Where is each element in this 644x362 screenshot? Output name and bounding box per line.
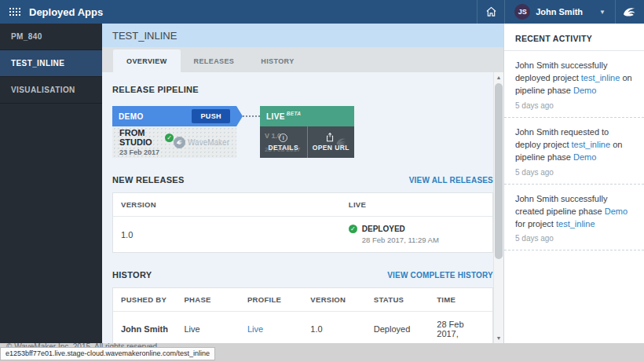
page-title: TEST_INLINE	[102, 24, 503, 47]
recent-activity-panel: RECENT ACTIVITY John Smith successfully …	[503, 24, 644, 343]
activity-link[interactable]: test_inline	[581, 73, 620, 82]
history-title: HISTORY	[112, 270, 152, 280]
column-pushed-by: PUSHED BY	[113, 288, 176, 311]
history-pushed-by: John Smith	[113, 316, 176, 342]
view-all-releases-link[interactable]: VIEW ALL RELEASES	[409, 176, 493, 185]
details-button[interactable]: i DETAILS	[260, 126, 307, 158]
new-releases-header: NEW RELEASES VIEW ALL RELEASES	[102, 175, 503, 185]
sidebar-item-test-inline[interactable]: TEST_INLINE	[0, 50, 102, 77]
top-bar: Deployed Apps JS John Smith ▼	[0, 0, 644, 24]
app-title: Deployed Apps	[29, 6, 103, 18]
tab-overview[interactable]: OVERVIEW	[113, 49, 181, 72]
footer: © WaveMaker Inc. 2015. All rights reserv…	[0, 343, 644, 362]
column-version: VERSION	[302, 288, 365, 311]
history-header: HISTORY VIEW COMPLETE HISTORY	[102, 270, 503, 280]
history-table-header: PUSHED BY PHASE PROFILE VERSION STATUS T…	[113, 288, 492, 312]
new-releases-table: VERSION LIVE 1.0 ✓ DEPLOYED 28 Feb 2017,…	[112, 192, 493, 253]
activity-text: John Smith requested to deploy project t…	[515, 126, 633, 164]
deployed-label: DEPLOYED	[362, 225, 439, 233]
apps-grid-icon[interactable]	[9, 8, 20, 16]
activity-text: John Smith successfully deployed project…	[515, 60, 633, 97]
activity-timestamp: 5 days ago	[515, 168, 633, 177]
release-version: 1.0	[113, 222, 341, 247]
live-card-header: LIVE BETA	[260, 106, 354, 126]
status-url: e1253bff77e01.live.stage-cloud.wavemaker…	[0, 347, 215, 360]
history-time: 28 Feb 2017,	[429, 312, 492, 346]
demo-phase-label: DEMO	[119, 112, 144, 121]
activity-list: John Smith successfully deployed project…	[504, 51, 644, 250]
details-label: DETAILS	[268, 144, 298, 152]
activity-link[interactable]: test_inline	[572, 140, 611, 149]
column-phase: PHASE	[176, 288, 239, 311]
table-row: 1.0 ✓ DEPLOYED 28 Feb 2017, 11:29 AM	[113, 217, 492, 252]
new-releases-table-header: VERSION LIVE	[113, 193, 492, 217]
scrollbar-thumb[interactable]	[495, 83, 503, 259]
activity-text-segment: John Smith successfully created pipeline…	[515, 194, 607, 216]
vertical-scrollbar[interactable]: ▲ ▼	[493, 72, 503, 343]
sidebar-item-visualisation[interactable]: VISUALISATION	[0, 77, 102, 104]
activity-link[interactable]: test_inline	[556, 219, 595, 229]
history-phase: Live	[176, 316, 239, 342]
history-table: PUSHED BY PHASE PROFILE VERSION STATUS T…	[112, 287, 493, 347]
view-complete-history-link[interactable]: VIEW COMPLETE HISTORY	[387, 271, 493, 280]
activity-link[interactable]: Demo	[605, 207, 628, 216]
tab-history[interactable]: HISTORY	[247, 49, 307, 72]
wavemaker-logo[interactable]	[616, 0, 644, 24]
recent-activity-title: RECENT ACTIVITY	[504, 24, 644, 51]
user-menu[interactable]: JS John Smith ▼	[505, 0, 615, 24]
deployed-check-icon: ✓	[349, 225, 357, 233]
wavemaker-brand-text: WaveMaker	[188, 138, 229, 147]
from-studio-label: FROM STUDIO	[119, 128, 162, 147]
activity-timestamp: 5 days ago	[515, 101, 633, 110]
deployed-time: 28 Feb 2017, 11:29 AM	[362, 236, 439, 244]
open-url-label: OPEN URL	[313, 144, 349, 152]
main-area: TEST_INLINE OVERVIEW RELEASES HISTORY RE…	[102, 24, 503, 343]
scroll-up-icon[interactable]: ▲	[494, 72, 503, 82]
live-phase-label: LIVE	[266, 112, 285, 121]
home-icon[interactable]	[478, 0, 504, 24]
demo-deploy-date: 23 Feb 2017	[119, 148, 174, 156]
release-pipeline-title: RELEASE PIPELINE	[112, 85, 199, 94]
user-name: John Smith	[536, 7, 583, 16]
scroll-down-icon[interactable]: ▼	[494, 333, 503, 343]
activity-link[interactable]: Demo	[573, 152, 596, 162]
tab-releases[interactable]: RELEASES	[181, 49, 248, 72]
open-url-button[interactable]: OPEN URL	[307, 126, 355, 158]
activity-link[interactable]: Demo	[573, 86, 596, 95]
avatar: JS	[514, 4, 530, 20]
column-version: VERSION	[113, 193, 341, 216]
push-button[interactable]: PUSH	[192, 109, 230, 123]
history-version: 1.0	[302, 316, 365, 342]
open-external-icon	[326, 133, 335, 142]
activity-text-segment: for project	[515, 219, 556, 229]
live-card-body: V 1.0 28 Feb 2017 i DETAILS	[260, 126, 354, 158]
activity-item: John Smith requested to deploy project t…	[504, 118, 644, 185]
sidebar: PM_840 TEST_INLINE VISUALISATION	[0, 24, 102, 343]
wavemaker-watermark: WaveMaker	[174, 137, 229, 148]
column-profile: PROFILE	[240, 288, 302, 311]
release-live-status: ✓ DEPLOYED 28 Feb 2017, 11:29 AM	[341, 217, 492, 252]
tab-bar: OVERVIEW RELEASES HISTORY	[102, 47, 503, 72]
release-pipeline-header: RELEASE PIPELINE	[102, 85, 503, 94]
top-bar-left: Deployed Apps	[0, 6, 102, 18]
pipeline: DEMO PUSH FROM STUDIO ✓ 23 Feb 2017	[102, 106, 503, 158]
pipeline-card-live: LIVE BETA V 1.0 28 Feb 2017 i DETAILS	[260, 106, 354, 158]
column-status: STATUS	[366, 288, 429, 311]
demo-card-body: FROM STUDIO ✓ 23 Feb 2017 WaveMaker	[112, 126, 236, 158]
activity-timestamp: 5 days ago	[515, 234, 633, 243]
history-profile-link[interactable]: Live	[240, 316, 302, 342]
wavemaker-wave-icon	[174, 137, 185, 148]
overview-content: RELEASE PIPELINE DEMO PUSH FROM STUDIO ✓	[102, 72, 503, 343]
new-releases-title: NEW RELEASES	[112, 175, 185, 185]
column-time: TIME	[429, 288, 492, 311]
activity-text: John Smith successfully created pipeline…	[515, 193, 633, 231]
deployed-apps-screen: Deployed Apps JS John Smith ▼	[0, 0, 644, 362]
demo-deploy-info: FROM STUDIO ✓ 23 Feb 2017	[119, 128, 174, 156]
info-icon: i	[279, 133, 287, 142]
sidebar-item-pm-840[interactable]: PM_840	[0, 24, 102, 50]
pipeline-card-demo: DEMO PUSH FROM STUDIO ✓ 23 Feb 2017	[112, 106, 236, 158]
history-status: Deployed	[366, 316, 429, 342]
check-circle-icon: ✓	[165, 133, 174, 142]
chevron-down-icon: ▼	[599, 9, 606, 16]
activity-item: John Smith successfully deployed project…	[504, 51, 644, 118]
